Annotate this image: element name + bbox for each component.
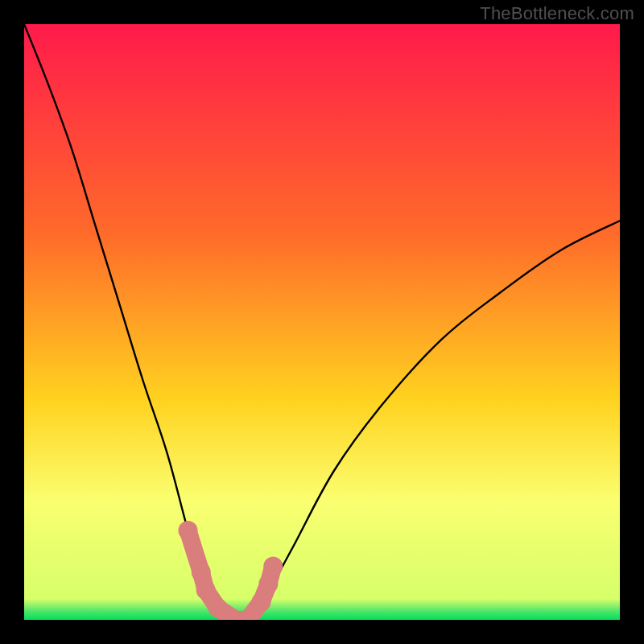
bottleneck-curve: [24, 24, 620, 620]
data-marker: [208, 598, 228, 617]
data-marker: [252, 592, 271, 612]
marker-group: [179, 521, 283, 620]
data-marker: [192, 563, 211, 582]
data-marker: [179, 521, 198, 540]
outer-frame: TheBottleneck.com: [0, 0, 644, 644]
data-marker: [196, 580, 216, 600]
data-marker: [258, 575, 278, 594]
curve-layer: [24, 24, 620, 620]
watermark-text: TheBottleneck.com: [480, 3, 634, 24]
plot-area: [24, 24, 620, 620]
data-marker: [263, 556, 283, 576]
